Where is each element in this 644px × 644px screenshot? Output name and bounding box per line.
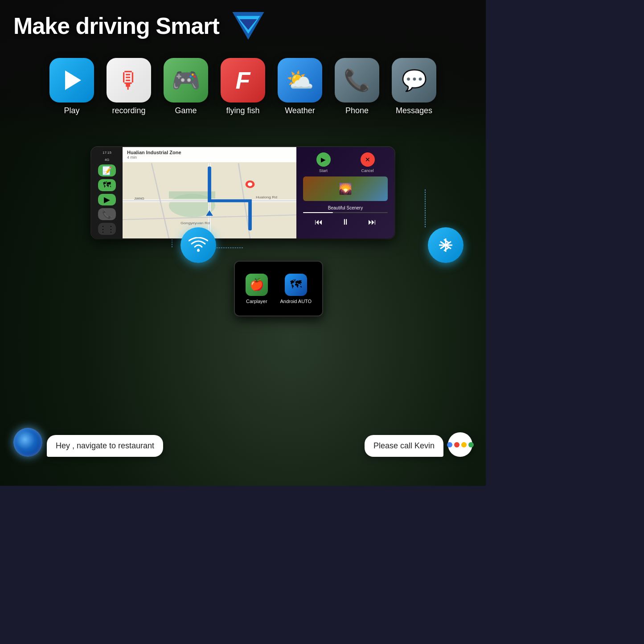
media-start-btn[interactable]: ▶ Start [303,152,344,173]
app-play[interactable]: Play [49,58,94,115]
play-app-icon [49,58,94,103]
app-messages[interactable]: 💬 Messages [392,58,436,115]
play-label: Play [64,106,79,115]
sidebar-notes-icon: 📝 [98,164,116,176]
play-triangle-icon [65,70,81,90]
sidebar-grid-icon: ⋮⋮ [98,223,116,235]
progress-fill [303,212,333,213]
svg-point-14 [248,182,252,186]
display-media: ▶ Start ✕ Cancel 🌄 Beautiful Scenery ⏮ ⏸… [296,147,394,238]
media-controls-top: ▶ Start ✕ Cancel [296,147,394,176]
siri-orb [13,428,42,457]
app-game[interactable]: 🎮 Game [164,58,208,115]
dot-yellow [461,442,467,447]
page-title: Make driving Smart [13,12,219,39]
map-roads: Hualong Rd Gongyeyuan Rd JIANG [123,163,296,238]
game-app-icon: 🎮 [164,58,208,103]
dashed-line-bt [425,189,426,227]
recording-app-icon: 🎙 [107,58,151,103]
display-map: Hualian Industrial Zone 4 min [123,147,296,238]
phone-app-icon: 📞 [335,58,379,103]
mic-icon: 🎙 [117,67,140,94]
start-icon: ▶ [316,152,331,167]
google-dots [447,442,474,447]
siri-text: Hey , navigate to restaurant [56,441,154,450]
flyingfish-app-icon: F [221,58,265,103]
dot-blue [447,442,452,447]
media-progress-bar [303,212,388,213]
pause-button[interactable]: ⏸ [341,217,349,227]
carplayer-label: Carplayer [246,299,267,304]
bluetooth-icon [437,236,455,254]
media-cancel-btn[interactable]: ✕ Cancel [347,152,388,173]
wifi-icon [189,237,208,253]
weather-app-icon: ⛅ [278,58,322,103]
start-label: Start [319,168,328,173]
androidauto-icon: 🗺 [285,274,307,296]
google-assistant-container: Please call Kevin [365,432,472,457]
rewind-button[interactable]: ⏮ [315,217,323,227]
dot-green [468,442,474,447]
weather-label: Weather [285,106,315,115]
google-orb [448,432,472,457]
messages-label: Messages [396,106,432,115]
dot-red [454,442,459,447]
phone-label: Phone [345,106,369,115]
car-display: 17:15 4G 📝 🗺 ▶ 📞 ⋮⋮ Hualian Industrial Z… [91,147,394,238]
sidebar-maps-icon: 🗺 [98,179,116,191]
cancel-label: Cancel [361,168,373,173]
flash-icon: F [236,66,250,94]
svg-text:Gongyeyuan Rd: Gongyeyuan Rd [180,221,210,225]
game-icon: 🎮 [172,67,201,94]
carplay-icon: 🍎 [246,274,268,296]
svg-text:Hualong Rd: Hualong Rd [256,195,277,199]
game-label: Game [175,106,197,115]
phone-status-signal: 4G [105,158,110,162]
phone-status-time: 17:15 [103,151,111,155]
logo-icon [228,8,268,44]
apps-section: Play 🎙 recording 🎮 Game F flying fish ⛅ … [0,58,486,115]
media-album-art: 🌄 [303,176,388,201]
phone-icon: 📞 [344,68,370,93]
media-title-text: Beautiful Scenery [296,204,394,212]
wifi-badge [180,227,216,263]
messages-app-icon: 💬 [392,58,436,103]
svg-point-19 [197,249,200,252]
carplayer-app[interactable]: 🍎 Carplayer [246,274,268,304]
google-text: Please call Kevin [373,441,435,450]
cancel-icon: ✕ [361,152,375,167]
androidauto-app[interactable]: 🗺 Android AUTO [280,274,312,304]
album-art-image: 🌄 [303,176,388,201]
siri-container: Hey , navigate to restaurant [13,428,163,457]
sidebar-phone-icon: 📞 [98,208,116,220]
map-eta: 4 min [127,155,292,160]
weather-icon: ⛅ [286,67,314,93]
flyingfish-label: flying fish [226,106,259,115]
google-speech-bubble: Please call Kevin [365,435,443,457]
messages-icon: 💬 [402,68,427,92]
app-phone[interactable]: 📞 Phone [335,58,379,115]
main-heading-container: Make driving Smart [13,8,268,44]
media-playback-controls: ⏮ ⏸ ⏭ [296,215,394,231]
svg-text:JIANG: JIANG [134,197,144,201]
fast-forward-button[interactable]: ⏭ [368,217,376,227]
app-weather[interactable]: ⛅ Weather [278,58,322,115]
app-recording[interactable]: 🎙 recording [107,58,151,115]
app-flyingfish[interactable]: F flying fish [221,58,265,115]
phone-device: 🍎 Carplayer 🗺 Android AUTO [234,261,323,316]
map-destination: Hualian Industrial Zone [127,150,292,155]
recording-label: recording [112,106,145,115]
sidebar-android-icon: ▶ [98,194,116,206]
androidauto-label: Android AUTO [280,299,312,304]
phone-screen: 🍎 Carplayer 🗺 Android AUTO [235,262,322,316]
display-sidebar: 17:15 4G 📝 🗺 ▶ 📞 ⋮⋮ [91,147,123,238]
map-header: Hualian Industrial Zone 4 min [123,147,296,162]
siri-speech-bubble: Hey , navigate to restaurant [47,435,163,457]
bluetooth-badge [428,227,464,263]
